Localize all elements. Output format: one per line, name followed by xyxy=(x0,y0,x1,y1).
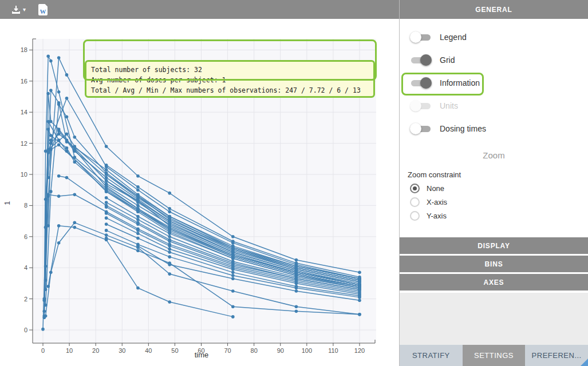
svg-text:10: 10 xyxy=(21,171,27,178)
plot-panel: ▾ W 024681012141618010203040506070809010… xyxy=(0,0,399,366)
caret-down-icon[interactable]: ▾ xyxy=(23,7,26,13)
display-accordion[interactable]: DISPLAY xyxy=(400,237,588,254)
svg-text:80: 80 xyxy=(251,347,258,354)
svg-text:50: 50 xyxy=(171,347,178,354)
info-line-3: Total / Avg / Min / Max numbers of obser… xyxy=(91,86,361,94)
dosing-times-toggle-label: Dosing times xyxy=(440,124,486,133)
svg-text:14: 14 xyxy=(21,109,27,116)
information-toggle[interactable] xyxy=(410,77,432,89)
svg-text:4: 4 xyxy=(24,264,27,271)
x-axis-label: time xyxy=(195,351,209,359)
settings-panel: GENERAL Legend Grid Information Units Do… xyxy=(399,0,588,366)
panel-filler xyxy=(400,293,588,345)
axes-accordion[interactable]: AXES xyxy=(400,274,588,291)
units-toggle-row: Units xyxy=(400,94,588,117)
radio-y-axis[interactable] xyxy=(410,211,420,221)
zoom-section-title: Zoom xyxy=(400,150,588,160)
svg-text:12: 12 xyxy=(21,140,27,147)
svg-text:0: 0 xyxy=(24,327,27,333)
folded-corner xyxy=(45,4,48,7)
info-line-2: Avg number of doses per subject: 1 xyxy=(91,76,226,84)
radio-x-axis[interactable] xyxy=(410,197,420,207)
info-line-1: Total number of subjects: 32 xyxy=(91,66,202,74)
radio-none-label: None xyxy=(427,184,444,193)
svg-text:10: 10 xyxy=(66,347,73,354)
zoom-constraint-x-axis[interactable]: X-axis xyxy=(400,195,588,209)
plot-toolbar: ▾ W xyxy=(0,0,399,19)
chart-area[interactable]: 0246810121416180102030405060708090100110… xyxy=(0,19,399,366)
information-overlay: Total number of subjects: 32 Avg number … xyxy=(85,60,375,98)
information-toggle-row[interactable]: Information xyxy=(400,71,588,94)
information-toggle-label: Information xyxy=(440,78,480,87)
toggle-list: Legend Grid Information Units Dosing tim… xyxy=(400,19,588,140)
svg-text:90: 90 xyxy=(277,347,284,354)
radio-x-axis-label: X-axis xyxy=(427,198,447,206)
zoom-constraint-none[interactable]: None xyxy=(400,181,588,195)
svg-text:0: 0 xyxy=(41,347,45,354)
grid-toggle-row[interactable]: Grid xyxy=(400,49,588,71)
word-letter: W xyxy=(38,8,48,15)
export-button[interactable]: ▾ xyxy=(11,5,26,14)
legend-toggle[interactable] xyxy=(410,31,432,43)
bins-accordion[interactable]: BINS xyxy=(400,256,588,272)
tab-preferences[interactable]: PREFEREN... xyxy=(525,345,588,366)
word-export-icon[interactable]: W xyxy=(38,4,48,15)
svg-text:18: 18 xyxy=(21,46,27,53)
svg-text:8: 8 xyxy=(24,202,27,209)
application-window: ▾ W 024681012141618010203040506070809010… xyxy=(0,0,588,366)
zoom-constraint-label: Zoom constraint xyxy=(408,170,588,179)
tab-stratify[interactable]: STRATIFY xyxy=(400,345,463,366)
menu-icon[interactable] xyxy=(374,4,384,7)
svg-text:2: 2 xyxy=(24,296,27,303)
resize-handle-icon[interactable] xyxy=(581,359,588,366)
grid-toggle-label: Grid xyxy=(440,55,455,65)
svg-text:70: 70 xyxy=(224,347,231,354)
svg-text:30: 30 xyxy=(119,347,125,354)
svg-text:40: 40 xyxy=(145,347,152,354)
svg-text:20: 20 xyxy=(92,347,99,354)
zoom-constraint-y-axis[interactable]: Y-axis xyxy=(400,209,588,222)
grid-toggle[interactable] xyxy=(410,54,432,66)
tab-settings[interactable]: SETTINGS xyxy=(463,345,526,366)
units-toggle-label: Units xyxy=(440,101,458,110)
download-icon[interactable] xyxy=(11,5,21,14)
dosing-times-toggle[interactable] xyxy=(410,123,432,134)
svg-text:110: 110 xyxy=(328,347,338,354)
svg-text:6: 6 xyxy=(24,233,27,240)
legend-toggle-label: Legend xyxy=(440,33,467,42)
svg-text:100: 100 xyxy=(302,347,312,354)
svg-text:16: 16 xyxy=(21,78,27,85)
units-toggle xyxy=(410,100,432,112)
legend-toggle-row[interactable]: Legend xyxy=(400,26,588,49)
radio-y-axis-label: Y-axis xyxy=(427,212,447,220)
general-section-header[interactable]: GENERAL xyxy=(400,0,588,19)
bottom-tab-bar: STRATIFY SETTINGS PREFEREN... xyxy=(400,345,588,366)
accordion-list: DISPLAY BINS AXES xyxy=(400,237,588,291)
svg-text:120: 120 xyxy=(354,347,365,354)
y-axis-label: 1 xyxy=(3,201,11,205)
radio-none[interactable] xyxy=(410,184,420,193)
dosing-times-toggle-row[interactable]: Dosing times xyxy=(400,117,588,140)
